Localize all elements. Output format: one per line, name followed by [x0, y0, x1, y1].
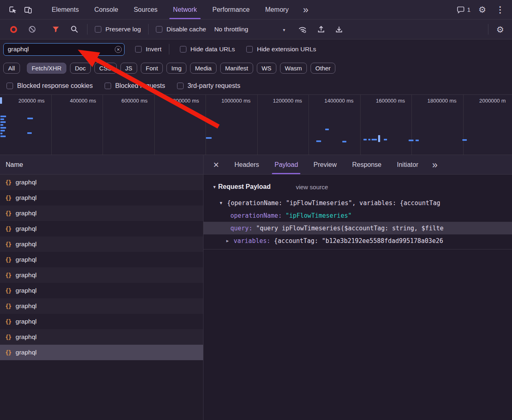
json-braces-icon [5, 349, 11, 356]
hide-extension-urls-checkbox[interactable]: Hide extension URLs [246, 46, 316, 53]
payload-value: "ipFlowTimeseries" [285, 212, 352, 219]
tab-console[interactable]: Console [87, 0, 126, 19]
name-column-header[interactable]: Name [0, 155, 203, 175]
chip-all[interactable]: All [3, 63, 20, 74]
more-detail-tabs-icon[interactable] [432, 160, 438, 170]
request-row[interactable]: graphql [0, 283, 203, 298]
request-row[interactable]: graphql [0, 236, 203, 252]
request-row[interactable]: graphql [0, 190, 203, 206]
checkbox-icon [180, 46, 186, 52]
import-har-icon[interactable] [315, 23, 327, 35]
more-panels-icon[interactable] [300, 4, 312, 16]
request-row[interactable]: graphql [0, 175, 203, 190]
json-braces-icon [5, 302, 11, 310]
search-icon[interactable] [68, 23, 81, 35]
request-row[interactable]: graphql [0, 314, 203, 329]
network-settings-gear-icon[interactable] [494, 23, 506, 35]
network-filter-input[interactable] [3, 43, 125, 56]
chip-ws[interactable]: WS [257, 63, 276, 74]
request-row[interactable]: graphql [0, 329, 203, 345]
request-row-selected[interactable]: graphql [0, 345, 203, 360]
toolbar-divider [169, 44, 169, 55]
chip-wasm[interactable]: Wasm [280, 63, 307, 74]
toolbar-divider [87, 24, 88, 35]
payload-summary-row[interactable]: {operationName: "ipFlowTimeseries", vari… [203, 197, 512, 209]
tab-initiator[interactable]: Initiator [394, 155, 421, 174]
third-party-requests-label: 3rd-party requests [188, 82, 241, 90]
filter-icon[interactable] [50, 23, 62, 35]
close-details-icon[interactable] [210, 159, 222, 171]
network-conditions-icon[interactable] [296, 23, 309, 35]
third-party-requests-checkbox[interactable]: 3rd-party requests [177, 82, 241, 90]
request-row[interactable]: graphql [0, 206, 203, 221]
payload-row-variables[interactable]: variables: {accountTag: "b12e3b2192ee558… [203, 234, 512, 247]
tab-payload[interactable]: Payload [271, 155, 301, 174]
tab-headers[interactable]: Headers [231, 155, 262, 174]
blocked-requests-checkbox[interactable]: Blocked requests [105, 82, 165, 90]
details-tabbar: Headers Payload Preview Response Initiat… [203, 155, 512, 175]
payload-row-query[interactable]: query: "query ipFlowTimeseries($accountT… [203, 222, 512, 234]
blocked-response-cookies-label: Blocked response cookies [17, 82, 93, 90]
chip-fetch-xhr[interactable]: Fetch/XHR [27, 63, 66, 74]
clear-filter-icon[interactable] [115, 46, 122, 53]
hide-data-urls-checkbox[interactable]: Hide data URLs [180, 46, 235, 53]
request-row[interactable]: graphql [0, 221, 203, 236]
disclosure-triangle-icon[interactable] [225, 238, 230, 243]
payload-row-operation-name[interactable]: operationName: "ipFlowTimeseries" [203, 209, 512, 222]
tab-network[interactable]: Network [165, 0, 205, 19]
tab-memory[interactable]: Memory [257, 0, 296, 19]
speech-bubble-icon [457, 6, 465, 14]
timeline-request-mark [0, 116, 6, 117]
request-name: graphql [15, 271, 37, 279]
chip-js[interactable]: JS [120, 63, 138, 74]
timeline-request-mark [0, 133, 2, 134]
settings-gear-icon[interactable] [476, 4, 488, 16]
chip-media[interactable]: Media [190, 63, 217, 74]
payload-value: "query ipFlowTimeseries($accountTag: str… [256, 225, 444, 232]
blocked-response-cookies-checkbox[interactable]: Blocked response cookies [7, 82, 93, 90]
toolbar-divider [148, 24, 149, 35]
invert-checkbox[interactable]: Invert [135, 46, 162, 53]
chip-manifest[interactable]: Manifest [220, 63, 253, 74]
requests-panel: Name graphql graphql graphql graphql gra… [0, 155, 203, 420]
console-messages-button[interactable]: 1 [457, 6, 470, 14]
tabbar-right-controls: 1 [457, 4, 506, 16]
timeline-overview[interactable]: 200000 ms 400000 ms 600000 ms 800000 ms … [0, 94, 512, 155]
timeline-request-mark [0, 136, 6, 137]
chip-font[interactable]: Font [141, 63, 163, 74]
chip-css[interactable]: CSS [94, 63, 117, 74]
request-row[interactable]: graphql [0, 267, 203, 283]
record-network-log-icon[interactable] [7, 23, 20, 35]
throttling-select[interactable]: No throttling [214, 26, 286, 33]
chip-other[interactable]: Other [311, 63, 336, 74]
inspect-cursor-icon[interactable] [7, 4, 19, 16]
tab-preview[interactable]: Preview [310, 155, 340, 174]
chip-img[interactable]: Img [166, 63, 186, 74]
request-row[interactable]: graphql [0, 252, 203, 267]
hide-data-urls-label: Hide data URLs [190, 46, 235, 53]
tab-sources[interactable]: Sources [126, 0, 165, 19]
preserve-log-checkbox[interactable]: Preserve log [95, 26, 141, 33]
invert-label: Invert [146, 46, 162, 53]
payload-section-header: Request Payload view source [203, 181, 512, 193]
export-har-icon[interactable] [333, 23, 345, 35]
clear-network-log-icon[interactable] [26, 23, 38, 35]
view-source-link[interactable]: view source [296, 184, 328, 190]
chip-doc[interactable]: Doc [70, 63, 91, 74]
device-toolbar-icon[interactable] [22, 4, 34, 16]
disclosure-triangle-icon[interactable] [212, 185, 217, 189]
request-name: graphql [15, 302, 37, 310]
request-name: graphql [15, 287, 37, 294]
disable-cache-checkbox[interactable]: Disable cache [156, 26, 206, 33]
tab-elements[interactable]: Elements [44, 0, 87, 19]
kebab-menu-icon[interactable] [494, 4, 506, 16]
tab-performance[interactable]: Performance [205, 0, 258, 19]
request-name: graphql [15, 194, 37, 201]
payload-key: variables: [234, 237, 270, 245]
request-row[interactable]: graphql [0, 298, 203, 314]
request-name: graphql [15, 179, 37, 186]
tab-response[interactable]: Response [349, 155, 385, 174]
filter-input-wrap [3, 43, 125, 56]
disclosure-triangle-icon[interactable] [218, 201, 224, 205]
filter-bar: Invert Hide data URLs Hide extension URL… [0, 39, 512, 59]
